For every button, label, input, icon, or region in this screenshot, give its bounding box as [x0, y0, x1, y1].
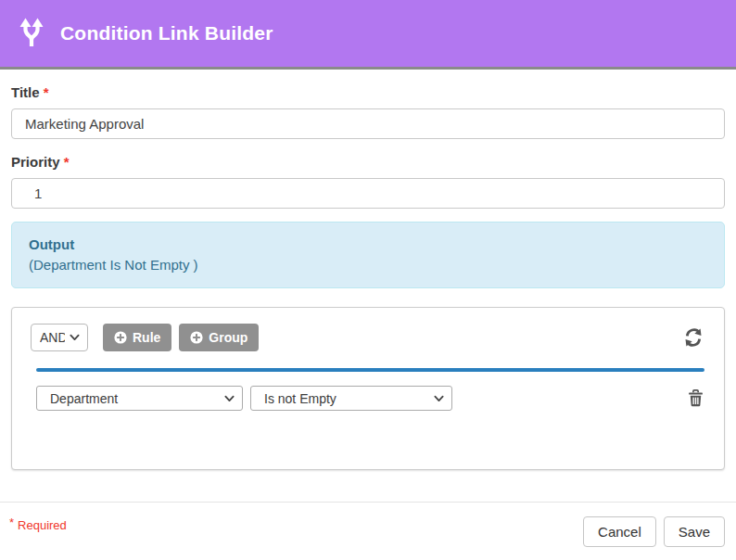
required-asterisk: * — [64, 154, 70, 170]
priority-label: Priority * — [11, 154, 725, 171]
add-group-button[interactable]: Group — [179, 324, 259, 351]
cancel-button[interactable]: Cancel — [583, 516, 656, 547]
dialog-title: Condition Link Builder — [60, 22, 273, 45]
required-note: *Required — [9, 518, 67, 532]
rule-field-select-wrap: Department — [36, 386, 243, 411]
branch-split-icon — [15, 17, 48, 50]
refresh-icon — [683, 327, 704, 348]
title-label: Title * — [11, 84, 725, 101]
plus-circle-icon — [190, 331, 203, 344]
rule-row: Department Is not Empty — [31, 386, 705, 411]
plus-circle-icon — [114, 331, 127, 344]
rule-header-bar — [36, 368, 704, 372]
output-label: Output — [29, 235, 707, 255]
dialog-body: Title * Priority * Output (Department Is… — [0, 84, 736, 470]
footer-buttons: Cancel Save — [583, 516, 725, 547]
rule-operator-select[interactable]: Is not Empty — [250, 386, 452, 411]
priority-input[interactable] — [11, 178, 725, 209]
add-rule-button[interactable]: Rule — [103, 324, 171, 351]
query-builder-group: AND Rule Group — [11, 307, 725, 470]
refresh-button[interactable] — [681, 325, 705, 350]
required-asterisk: * — [44, 84, 49, 100]
required-asterisk: * — [9, 515, 14, 529]
group-condition-select[interactable]: AND — [31, 324, 88, 351]
dialog-header: Condition Link Builder — [0, 0, 736, 70]
output-panel: Output (Department Is Not Empty ) — [11, 222, 725, 288]
output-expression: (Department Is Not Empty ) — [29, 255, 707, 275]
title-input[interactable] — [11, 108, 725, 139]
group-header: AND Rule Group — [31, 324, 705, 351]
save-button[interactable]: Save — [664, 516, 725, 547]
dialog-footer: *Required Cancel Save — [0, 502, 736, 560]
group-condition-select-wrap: AND — [31, 324, 88, 351]
delete-rule-button[interactable] — [686, 388, 705, 409]
rule-field-select[interactable]: Department — [36, 386, 243, 411]
trash-icon — [688, 389, 704, 407]
rule-operator-select-wrap: Is not Empty — [250, 386, 452, 411]
